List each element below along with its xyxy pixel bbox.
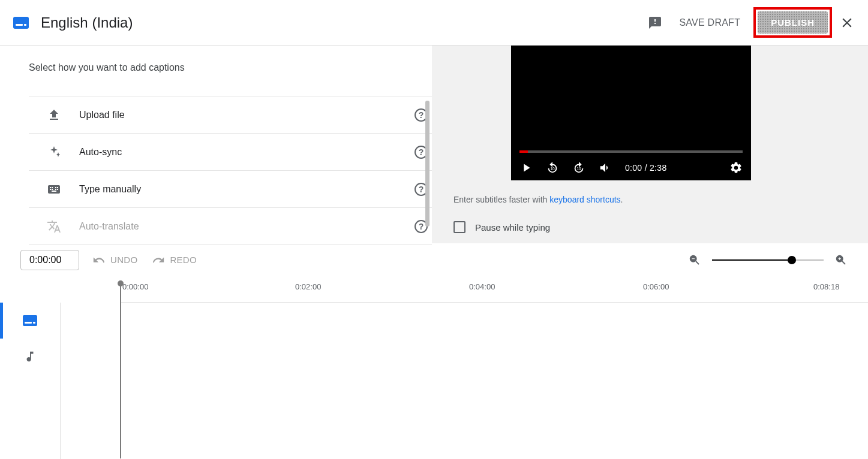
- video-scrubber[interactable]: [511, 150, 751, 153]
- svg-text:?: ?: [419, 222, 424, 231]
- header: English (India) SAVE DRAFT PUBLISH: [0, 0, 868, 46]
- option-label: Type manually: [79, 184, 414, 195]
- option-upload-file[interactable]: Upload file ?: [29, 96, 432, 134]
- timeline-tick: 0:06:00: [643, 282, 669, 291]
- option-type-manually[interactable]: Type manually ?: [29, 171, 432, 208]
- pause-while-typing-row: Pause while typing: [453, 221, 868, 233]
- music-note-icon: [23, 350, 37, 363]
- translate-icon: [47, 219, 61, 234]
- pause-checkbox[interactable]: [453, 221, 465, 233]
- redo-button[interactable]: REDO: [152, 253, 197, 267]
- subtitle-tip: Enter subtitles faster with keyboard sho…: [453, 195, 868, 204]
- track-side: [0, 303, 60, 459]
- timeline-toolbar: UNDO REDO: [0, 243, 868, 276]
- rewind-10-icon[interactable]: 10: [546, 161, 559, 174]
- auto-sync-icon: [47, 145, 61, 159]
- timeline-tick: 0:02:00: [295, 282, 321, 291]
- video-controls: 10 10 0:00 / 2:38: [511, 159, 751, 180]
- svg-text:?: ?: [419, 110, 424, 120]
- upload-icon: [47, 108, 61, 122]
- keyboard-shortcuts-link[interactable]: keyboard shortcuts: [549, 195, 620, 204]
- pause-label: Pause while typing: [475, 222, 550, 232]
- captions-icon: [23, 315, 37, 326]
- save-draft-button[interactable]: SAVE DRAFT: [679, 17, 740, 28]
- keyboard-icon: [47, 182, 61, 197]
- forward-10-icon[interactable]: 10: [572, 161, 585, 174]
- current-time-field[interactable]: [20, 250, 79, 270]
- captions-icon: [13, 17, 29, 29]
- feedback-icon[interactable]: [648, 16, 662, 30]
- scrollbar[interactable]: [425, 101, 430, 227]
- option-label: Auto-sync: [79, 147, 414, 158]
- timeline-tick: 0:08:18: [813, 282, 839, 291]
- svg-text:?: ?: [419, 185, 424, 194]
- caption-method-panel: Select how you want to add captions Uplo…: [0, 46, 432, 243]
- option-label: Upload file: [79, 110, 414, 120]
- undo-button[interactable]: UNDO: [92, 253, 137, 267]
- play-icon[interactable]: [519, 161, 533, 174]
- zoom-handle[interactable]: [788, 256, 796, 264]
- instruction-text: Select how you want to add captions: [29, 62, 432, 73]
- preview-panel: 10 10 0:00 / 2:38 Enter subtitles faster…: [432, 46, 868, 243]
- close-icon[interactable]: [839, 15, 855, 31]
- playhead[interactable]: [120, 281, 121, 458]
- audio-track-tab[interactable]: [0, 339, 60, 375]
- volume-icon[interactable]: [599, 161, 612, 174]
- video-player[interactable]: 10 10 0:00 / 2:38: [511, 46, 751, 180]
- timeline-tracks: [0, 303, 868, 459]
- zoom-in-icon[interactable]: [834, 253, 848, 267]
- svg-text:?: ?: [419, 147, 424, 157]
- svg-text:10: 10: [576, 167, 581, 171]
- timeline-tick: 0:00:00: [122, 282, 148, 291]
- zoom-slider[interactable]: [712, 259, 824, 261]
- option-label: Auto-translate: [79, 221, 414, 232]
- redo-icon: [152, 253, 165, 267]
- svg-text:10: 10: [550, 167, 555, 171]
- publish-button[interactable]: PUBLISH: [758, 11, 828, 34]
- timeline-body[interactable]: [60, 303, 868, 459]
- settings-icon[interactable]: [729, 161, 743, 174]
- timeline-ruler[interactable]: 0:00:00 0:02:00 0:04:00 0:06:00 0:08:18: [120, 276, 868, 303]
- publish-highlight: PUBLISH: [753, 7, 832, 38]
- main-split: Select how you want to add captions Uplo…: [0, 46, 868, 243]
- video-time: 0:00 / 2:38: [625, 163, 666, 173]
- captions-track-tab[interactable]: [0, 303, 60, 339]
- zoom-controls: [688, 253, 848, 267]
- option-list: Upload file ? Auto-sync ? Type manually …: [29, 96, 432, 245]
- option-auto-sync[interactable]: Auto-sync ?: [29, 134, 432, 171]
- undo-icon: [92, 253, 106, 267]
- timeline-tick: 0:04:00: [469, 282, 495, 291]
- page-title: English (India): [41, 14, 648, 31]
- option-auto-translate: Auto-translate ?: [29, 208, 432, 245]
- zoom-out-icon[interactable]: [688, 253, 701, 267]
